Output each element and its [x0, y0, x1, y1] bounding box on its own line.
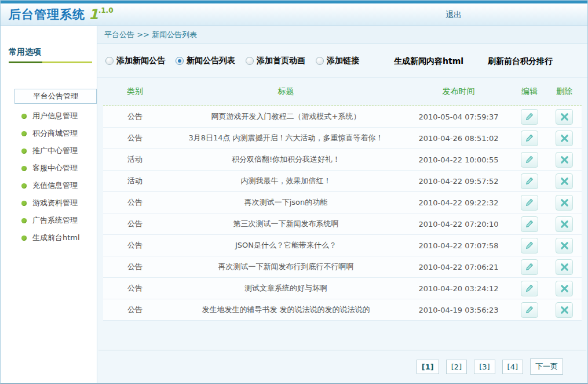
row-publish-time: 2010-04-19 03:56:23 [405, 306, 512, 314]
delete-x-icon [560, 134, 569, 143]
pagination: [1][2][3][4]下一页 [97, 350, 587, 383]
delete-button[interactable] [556, 152, 573, 168]
delete-button[interactable] [556, 238, 573, 253]
sidebar-item[interactable]: 充值信息管理 [1, 177, 97, 194]
toolbar-radio-label: 添加首页动画 [257, 56, 305, 66]
row-category: 公告 [103, 219, 167, 229]
sidebar-item[interactable]: 广告系统管理 [1, 212, 97, 229]
sidebar-item[interactable]: 生成前台html [1, 229, 97, 247]
table-row: 公告 发生地发生的辅导书发 发的说法说的发的说法说的 2010-04-19 03… [103, 299, 582, 321]
radio-icon [246, 57, 254, 65]
edit-button[interactable] [521, 109, 538, 125]
column-header-time: 发布时间 [405, 86, 512, 97]
sidebar-item[interactable]: 用户信息管理 [1, 107, 97, 125]
toolbar-radio[interactable]: 新闻公告列表 [176, 56, 235, 66]
sidebar-item[interactable]: 游戏资料管理 [1, 194, 97, 212]
admin-page: 后台管理系统 1 .1.0 退出 常用选项 平台公告管理 用户信息管理 积分商城… [0, 0, 588, 384]
row-publish-time: 2010-04-22 07:20:10 [405, 220, 512, 229]
app-title: 后台管理系统 [9, 6, 85, 23]
sidebar-underline [9, 61, 92, 63]
toolbar-radio-label: 添加链接 [327, 56, 359, 66]
toolbar-radio[interactable]: 添加链接 [316, 56, 359, 66]
edit-button[interactable] [521, 302, 538, 318]
toolbar-action-link[interactable]: 刷新前台积分排行 [488, 56, 553, 66]
edit-button[interactable] [521, 131, 538, 146]
toolbar-radio-label: 添加新闻公告 [116, 56, 165, 66]
pencil-icon [525, 241, 534, 250]
toolbar-radio-label: 新闻公告列表 [187, 56, 235, 66]
toolbar-radios: 添加新闻公告 新闻公告列表 添加首页动画 添加链接 [105, 56, 370, 66]
radio-icon [105, 57, 114, 65]
spacer [97, 321, 587, 350]
sidebar-item[interactable]: 积分商城管理 [1, 125, 97, 142]
edit-button[interactable] [521, 216, 538, 232]
delete-button[interactable] [556, 109, 573, 125]
main-content: 平台公告 >> 新闻公告列表 添加新闻公告 新闻公告列表 添加首页动画 添加链接… [97, 26, 587, 383]
pencil-icon [525, 176, 534, 186]
next-page-button[interactable]: 下一页 [530, 358, 563, 375]
pencil-icon [525, 155, 534, 164]
sidebar-item-platform-announcement[interactable]: 平台公告管理 [14, 89, 97, 104]
bullet-icon [21, 148, 27, 154]
row-publish-time: 2010-04-22 07:06:21 [405, 263, 512, 271]
page-button[interactable]: [1] [417, 360, 439, 374]
delete-button[interactable] [556, 195, 573, 211]
edit-button[interactable] [521, 152, 538, 168]
table-row: 公告 3月8日14点 内测震撼开启！六大活动，多重惊喜等着你！ 2010-04-… [103, 128, 582, 149]
row-title[interactable]: JSON是什么？它能带来什么？ [167, 240, 405, 251]
table-row: 公告 再次测试一下新闻发布行到底行不行啊啊 2010-04-22 07:06:2… [103, 256, 582, 278]
delete-x-icon [560, 177, 569, 186]
table-header-row: 类别 标题 发布时间 编辑 删除 [103, 78, 582, 106]
toolbar-actions: 生成新闻内容html刷新前台积分排行 [370, 55, 553, 67]
edit-button[interactable] [521, 195, 538, 211]
delete-button[interactable] [556, 216, 573, 232]
row-title[interactable]: 第三次测试一下新闻发布系统啊 [167, 219, 405, 229]
table-row: 公告 再次测试一下json的功能 2010-04-22 09:22:32 [103, 192, 582, 213]
pencil-icon [525, 262, 534, 271]
delete-button[interactable] [556, 131, 573, 146]
row-publish-time: 2010-04-22 09:57:52 [405, 177, 512, 186]
edit-button[interactable] [521, 238, 538, 253]
toolbar-radio[interactable]: 添加首页动画 [246, 56, 305, 66]
sidebar-item-label: 生成前台html [32, 233, 80, 243]
row-category: 公告 [103, 240, 167, 251]
page-button[interactable]: [4] [502, 360, 523, 374]
sidebar-item-label: 用户信息管理 [32, 111, 78, 121]
row-title[interactable]: 测试文章系统的好与坏啊 [167, 283, 405, 294]
edit-button[interactable] [521, 281, 538, 296]
row-title[interactable]: 3月8日14点 内测震撼开启！六大活动，多重惊喜等着你！ [167, 133, 405, 143]
breadcrumb: 平台公告 >> 新闻公告列表 [97, 26, 587, 44]
sidebar-section-title: 常用选项 [1, 47, 97, 57]
row-title[interactable]: 网页游戏开发入门教程二（游戏模式+系统） [167, 111, 405, 122]
toolbar-radio[interactable]: 添加新闻公告 [105, 56, 165, 66]
bullet-icon [21, 183, 27, 189]
table-row: 公告 第三次测试一下新闻发布系统啊 2010-04-22 07:20:10 [103, 213, 582, 235]
delete-button[interactable] [556, 173, 573, 189]
delete-button[interactable] [556, 281, 573, 296]
bullet-icon [21, 114, 27, 119]
radio-icon [316, 57, 324, 65]
page-button[interactable]: [2] [446, 360, 467, 374]
toolbar-action-link[interactable]: 生成新闻内容html [394, 56, 463, 66]
row-title[interactable]: 发生地发生的辅导书发 发的说法说的发的说法说的 [167, 305, 405, 315]
column-header-edit: 编辑 [512, 86, 547, 97]
row-title[interactable]: 再次测试一下新闻发布行到底行不行啊啊 [167, 262, 405, 272]
sidebar-item[interactable]: 客服中心管理 [1, 160, 97, 177]
sidebar-item[interactable]: 推广中心管理 [1, 142, 97, 160]
sidebar-item-label: 推广中心管理 [32, 146, 78, 156]
row-category: 公告 [103, 197, 167, 208]
row-title[interactable]: 内测我最牛，效果加倍红！ [167, 176, 405, 186]
sidebar-item-label: 客服中心管理 [32, 163, 78, 173]
row-category: 公告 [103, 111, 167, 122]
logout-link[interactable]: 退出 [445, 10, 462, 20]
app-header: 后台管理系统 1 .1.0 退出 [1, 3, 587, 26]
delete-button[interactable] [556, 302, 573, 318]
row-title[interactable]: 积分双倍翻!你加积分我送好礼！ [167, 154, 405, 165]
delete-button[interactable] [556, 259, 573, 275]
edit-button[interactable] [521, 259, 538, 275]
row-title[interactable]: 再次测试一下json的功能 [167, 197, 405, 208]
page-button[interactable]: [3] [474, 360, 495, 374]
edit-button[interactable] [521, 173, 538, 189]
sidebar-item-label: 广告系统管理 [32, 215, 78, 226]
row-category: 公告 [103, 133, 167, 143]
